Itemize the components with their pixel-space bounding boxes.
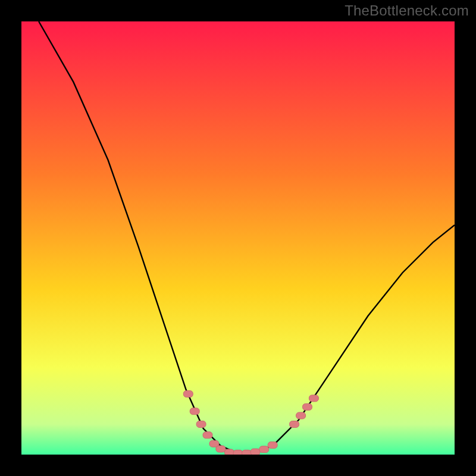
- data-marker: [196, 421, 206, 428]
- data-marker: [268, 442, 277, 449]
- chart-frame: TheBottleneck.com: [0, 0, 476, 476]
- gradient-background: [21, 21, 455, 455]
- data-marker: [296, 412, 306, 419]
- data-marker: [242, 450, 252, 455]
- data-marker: [309, 395, 318, 402]
- data-marker: [303, 403, 312, 410]
- plot-svg: [21, 21, 455, 455]
- plot-area: [21, 21, 455, 455]
- data-marker: [290, 421, 299, 428]
- data-marker: [250, 449, 260, 455]
- data-marker: [224, 449, 234, 455]
- data-marker: [190, 408, 199, 415]
- watermark-text: TheBottleneck.com: [345, 2, 469, 19]
- data-marker: [259, 446, 269, 453]
- data-marker: [183, 391, 193, 397]
- data-marker: [203, 432, 212, 439]
- data-marker: [216, 446, 226, 452]
- data-marker: [233, 450, 243, 455]
